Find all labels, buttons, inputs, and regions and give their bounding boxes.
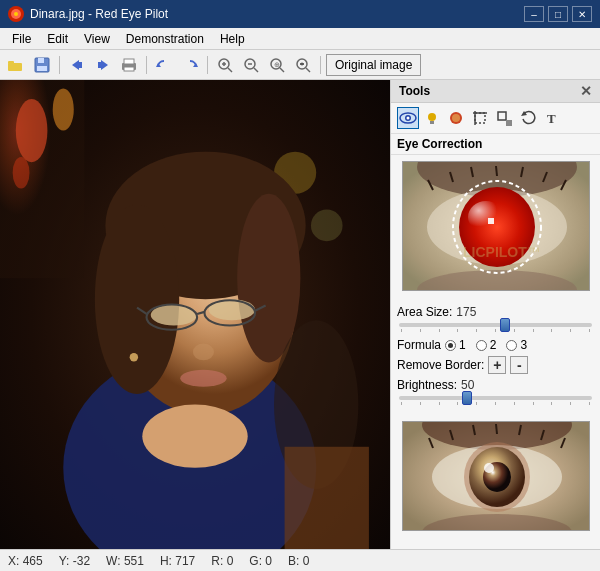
brightness-slider-ticks xyxy=(399,402,592,405)
svg-marker-7 xyxy=(72,60,79,70)
svg-point-57 xyxy=(407,117,410,120)
formula-radio-1[interactable] xyxy=(445,340,456,351)
svg-line-96 xyxy=(496,424,497,434)
menu-file[interactable]: File xyxy=(4,28,39,49)
svg-point-61 xyxy=(452,114,460,122)
svg-rect-13 xyxy=(124,67,134,71)
svg-marker-66 xyxy=(506,120,512,126)
area-size-value: 175 xyxy=(456,305,476,319)
undo-button[interactable] xyxy=(152,54,176,76)
rotate-tool-button[interactable] xyxy=(517,107,539,129)
area-size-slider-thumb[interactable] xyxy=(500,318,510,332)
svg-rect-5 xyxy=(38,58,44,63)
svg-rect-3 xyxy=(8,61,14,64)
formula-row: Formula 1 2 3 xyxy=(397,338,594,352)
lightbulb-tool-button[interactable] xyxy=(421,107,443,129)
status-w-label: W: xyxy=(106,554,120,568)
svg-rect-62 xyxy=(475,113,485,123)
crop-tool-button[interactable] xyxy=(469,107,491,129)
formula-option-2[interactable]: 2 xyxy=(476,338,497,352)
eye-tool-button[interactable] xyxy=(397,107,419,129)
original-image-button[interactable]: Original image xyxy=(326,54,421,76)
remove-border-plus-button[interactable]: + xyxy=(488,356,506,374)
status-h-value: 717 xyxy=(175,554,195,568)
svg-point-52 xyxy=(130,353,138,361)
menu-demonstration[interactable]: Demonstration xyxy=(118,28,212,49)
forward-button[interactable] xyxy=(91,54,115,76)
toolbar-separator-1 xyxy=(59,56,60,74)
save-button[interactable] xyxy=(30,54,54,76)
open-button[interactable] xyxy=(4,54,28,76)
svg-line-27 xyxy=(306,68,310,72)
status-r: R: 0 xyxy=(211,554,233,568)
svg-rect-65 xyxy=(498,112,506,120)
status-g-value: 0 xyxy=(265,554,272,568)
menu-bar: File Edit View Demonstration Help xyxy=(0,28,600,50)
menu-edit[interactable]: Edit xyxy=(39,28,76,49)
maximize-button[interactable]: □ xyxy=(548,6,568,22)
svg-text:T: T xyxy=(547,111,556,126)
svg-rect-2 xyxy=(8,63,22,71)
zoom-out-button[interactable] xyxy=(239,54,263,76)
back-button[interactable] xyxy=(65,54,89,76)
formula-option-1[interactable]: 1 xyxy=(445,338,466,352)
brightness-value: 50 xyxy=(461,378,474,392)
svg-point-92 xyxy=(484,463,494,473)
brightness-slider-thumb[interactable] xyxy=(462,391,472,405)
svg-rect-76 xyxy=(488,218,494,224)
formula-radio-2[interactable] xyxy=(476,340,487,351)
color-tool-button[interactable] xyxy=(445,107,467,129)
remove-border-minus-button[interactable]: - xyxy=(510,356,528,374)
svg-point-74 xyxy=(468,201,504,233)
status-y-label: Y: xyxy=(59,554,70,568)
zoom-fit-button[interactable]: ⊕ xyxy=(265,54,289,76)
formula-radio-3[interactable] xyxy=(506,340,517,351)
redo-button[interactable] xyxy=(178,54,202,76)
status-y-value: -32 xyxy=(73,554,90,568)
svg-point-40 xyxy=(95,204,179,394)
area-size-row: Area Size: 175 xyxy=(397,305,594,319)
actual-size-button[interactable] xyxy=(291,54,315,76)
status-r-label: R: xyxy=(211,554,223,568)
svg-rect-6 xyxy=(37,66,47,71)
zoom-in-button[interactable] xyxy=(213,54,237,76)
text-tool-button[interactable]: T xyxy=(541,107,563,129)
area-size-slider-ticks xyxy=(399,329,592,332)
print-button[interactable] xyxy=(117,54,141,76)
menu-view[interactable]: View xyxy=(76,28,118,49)
svg-point-36 xyxy=(311,210,343,242)
toolbar-separator-4 xyxy=(320,56,321,74)
eye-preview-top: LICPILOT™ xyxy=(402,161,590,291)
tools-title: Tools xyxy=(399,84,430,98)
eye-preview-svg-top: LICPILOT™ xyxy=(403,162,590,291)
svg-point-34 xyxy=(13,157,30,189)
formula-option-3[interactable]: 3 xyxy=(506,338,527,352)
brightness-label: Brightness: xyxy=(397,378,457,392)
remove-border-label: Remove Border: xyxy=(397,358,484,372)
formula-label-1: 1 xyxy=(459,338,466,352)
status-w-value: 551 xyxy=(124,554,144,568)
brightness-row: Brightness: 50 xyxy=(397,378,594,392)
area-size-slider-track[interactable] xyxy=(399,323,592,327)
tools-panel: Tools ✕ xyxy=(390,80,600,549)
resize-tool-button[interactable] xyxy=(493,107,515,129)
brightness-slider-track[interactable] xyxy=(399,396,592,400)
photo-canvas xyxy=(0,80,390,549)
tools-scroll[interactable]: LICPILOT™ Area Size: 175 xyxy=(391,155,600,549)
toolbar: ⊕ Original image xyxy=(0,50,600,80)
tools-close-button[interactable]: ✕ xyxy=(580,83,592,99)
svg-point-33 xyxy=(53,88,74,130)
status-x: X: 465 xyxy=(8,554,43,568)
toolbar-separator-3 xyxy=(207,56,208,74)
image-area[interactable] xyxy=(0,80,390,549)
area-size-label: Area Size: xyxy=(397,305,452,319)
status-h: H: 717 xyxy=(160,554,195,568)
svg-rect-12 xyxy=(124,59,134,64)
minimize-button[interactable]: – xyxy=(524,6,544,22)
close-button[interactable]: ✕ xyxy=(572,6,592,22)
menu-help[interactable]: Help xyxy=(212,28,253,49)
formula-label-2: 2 xyxy=(490,338,497,352)
tools-header: Tools ✕ xyxy=(391,80,600,103)
formula-label-3: 3 xyxy=(520,338,527,352)
remove-border-row: Remove Border: + - xyxy=(397,356,594,374)
